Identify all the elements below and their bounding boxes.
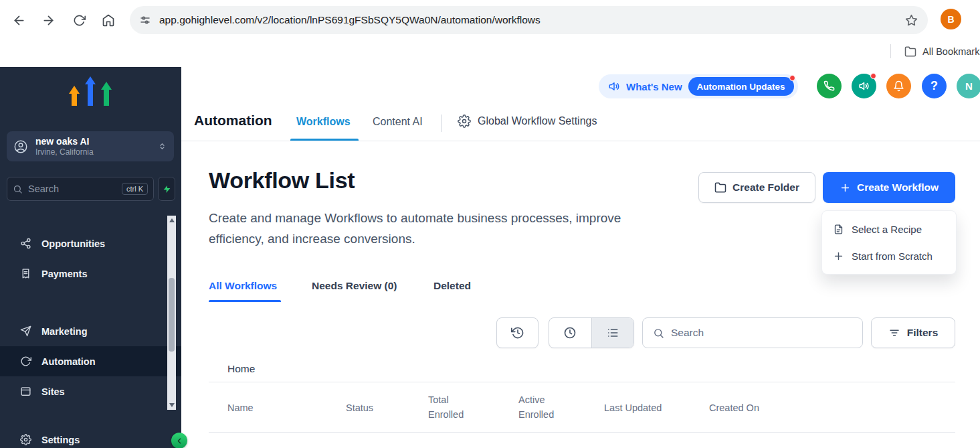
automation-updates-label: Automation Updates (697, 82, 785, 92)
workflow-search-input[interactable] (671, 327, 852, 339)
view-toggle-group (549, 317, 634, 348)
scrollbar-up-arrow[interactable] (167, 216, 176, 225)
page-title: Automation (194, 113, 272, 129)
tab-needs-review[interactable]: Needs Review (0) (312, 280, 397, 292)
clock-rewind-icon (511, 326, 524, 340)
url-text: app.gohighlevel.com/v2/location/lnPS691g… (159, 14, 904, 26)
list-view-button[interactable] (591, 318, 634, 348)
search-icon (653, 327, 664, 339)
header-divider (441, 115, 442, 132)
recipe-document-icon (833, 224, 844, 235)
sidebar-search[interactable]: ctrl K (7, 177, 154, 201)
marketing-icon (20, 325, 31, 337)
browser-reload-icon[interactable] (70, 11, 88, 29)
column-last-updated: Last Updated (604, 382, 662, 433)
menu-item-select-recipe[interactable]: Select a Recipe (822, 216, 956, 242)
sidebar-item-payments[interactable]: Payments (0, 258, 181, 289)
tab-workflows[interactable]: Workflows (296, 116, 351, 128)
plus-icon (840, 182, 851, 194)
automation-updates-badge[interactable]: Automation Updates (688, 77, 794, 96)
search-icon (13, 184, 23, 194)
whats-new-pill[interactable]: What's New Automation Updates (599, 74, 798, 98)
sidebar: new oaks AI Irvine, California ctrl K Op… (0, 67, 181, 448)
tab-all-workflows[interactable]: All Workflows (209, 280, 277, 292)
phone-icon (823, 80, 835, 92)
announcements-button[interactable] (852, 74, 876, 98)
search-shortcut-badge: ctrl K (122, 183, 148, 195)
column-status: Status (346, 382, 373, 433)
notification-dot (789, 75, 795, 81)
sidebar-item-sites[interactable]: Sites (0, 376, 181, 406)
sidebar-item-label: Payments (41, 269, 88, 279)
header-bottom-border (181, 141, 980, 141)
bell-icon (893, 80, 904, 92)
chevron-left-icon (175, 437, 184, 445)
location-avatar-icon (13, 139, 28, 154)
quick-actions-button[interactable] (158, 177, 175, 201)
filter-lines-icon (888, 327, 900, 339)
sidebar-item-opportunities[interactable]: Opportunities (0, 228, 181, 258)
automation-icon (20, 356, 31, 367)
browser-home-icon[interactable] (99, 11, 118, 29)
all-bookmarks-label[interactable]: All Bookmarks (922, 40, 980, 63)
gear-icon (458, 115, 471, 128)
chevrons-up-down-icon (157, 141, 167, 151)
screen: app.gohighlevel.com/v2/location/lnPS691g… (0, 0, 980, 448)
sidebar-search-input[interactable] (28, 183, 122, 194)
lightning-bolt-icon (163, 185, 171, 194)
sidebar-scrollbar[interactable] (167, 216, 176, 410)
help-button[interactable]: ? (922, 74, 947, 98)
tab-content-ai[interactable]: Content AI (373, 116, 423, 128)
sidebar-item-automation[interactable]: Automation (0, 346, 181, 376)
create-folder-label: Create Folder (732, 181, 799, 194)
site-settings-icon[interactable] (139, 14, 151, 26)
menu-item-start-from-scratch[interactable]: Start from Scratch (822, 242, 956, 269)
workflow-list-heading: Workflow List (209, 167, 355, 194)
create-workflow-button[interactable]: Create Workflow (823, 172, 955, 203)
location-switcher[interactable]: new oaks AI Irvine, California (7, 131, 174, 161)
column-total-enrolled: Total Enrolled (428, 392, 471, 422)
user-avatar[interactable]: N (957, 74, 980, 98)
scrollbar-thumb[interactable] (169, 278, 175, 352)
filters-label: Filters (907, 327, 939, 339)
address-bar[interactable]: app.gohighlevel.com/v2/location/lnPS691g… (130, 6, 928, 34)
sidebar-item-label: Opportunities (41, 238, 105, 249)
gohighlevel-logo[interactable] (66, 74, 114, 111)
gear-icon (20, 434, 31, 445)
payments-icon (20, 268, 31, 279)
scrollbar-down-arrow[interactable] (167, 400, 176, 410)
sidebar-item-label: Marketing (41, 326, 88, 337)
browser-toolbar: app.gohighlevel.com/v2/location/lnPS691g… (0, 0, 980, 39)
sidebar-item-marketing[interactable]: Marketing (0, 316, 181, 346)
notification-dot (870, 73, 876, 79)
schedule-view-button[interactable] (549, 318, 591, 348)
workflow-table-header: Name Status Total Enrolled Active Enroll… (209, 382, 955, 433)
whats-new-megaphone-icon (608, 80, 620, 92)
column-created-on: Created On (709, 382, 759, 433)
list-icon (606, 326, 619, 340)
create-folder-button[interactable]: Create Folder (698, 172, 815, 203)
main-content: What's New Automation Updates ? N Automa… (181, 67, 980, 448)
workflow-search[interactable] (642, 317, 863, 348)
notifications-button[interactable] (886, 74, 911, 98)
sidebar-item-label: Sites (41, 386, 65, 397)
sidebar-collapse-button[interactable] (171, 433, 187, 448)
browser-profile-avatar[interactable]: B (941, 9, 961, 29)
browser-forward-icon[interactable] (39, 11, 58, 29)
bookmarks-separator (890, 44, 891, 58)
bulk-actions-history-button[interactable] (496, 317, 538, 348)
bookmark-star-icon[interactable] (904, 13, 918, 27)
browser-back-icon[interactable] (9, 11, 28, 29)
folder-icon (714, 181, 726, 194)
sidebar-item-label: Automation (41, 356, 96, 367)
breadcrumb-home[interactable]: Home (227, 363, 255, 375)
sidebar-item-settings[interactable]: Settings (0, 425, 181, 448)
phone-button[interactable] (817, 74, 842, 98)
bookmarks-folder-icon[interactable] (904, 46, 916, 58)
global-workflow-settings-link[interactable]: Global Workflow Settings (458, 115, 597, 128)
filters-button[interactable]: Filters (871, 317, 955, 348)
sites-icon (20, 386, 31, 397)
clock-icon (563, 326, 577, 340)
start-from-scratch-label: Start from Scratch (852, 250, 933, 262)
tab-deleted[interactable]: Deleted (433, 280, 471, 292)
